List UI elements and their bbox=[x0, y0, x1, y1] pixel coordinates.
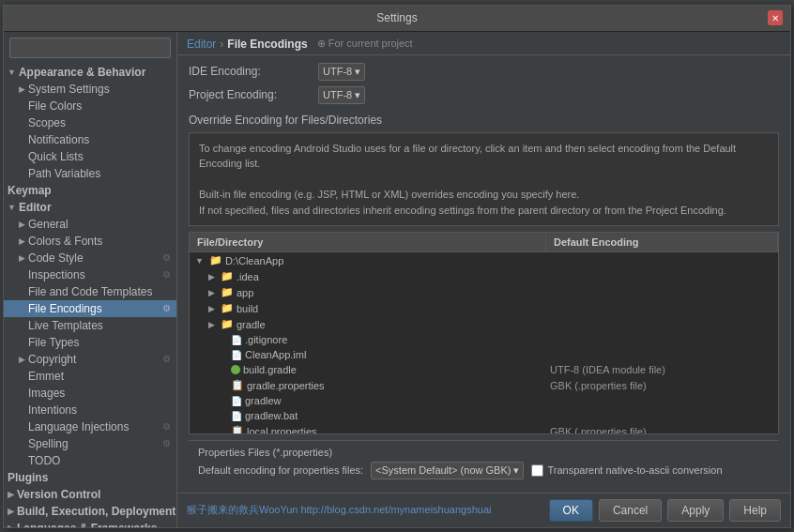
sidebar-item-intentions[interactable]: Intentions bbox=[4, 402, 176, 418]
breadcrumb-scope: ⊕ For current project bbox=[317, 38, 413, 50]
table-row[interactable]: 📋 local.properties GBK (.properties file… bbox=[190, 423, 778, 433]
sidebar-item-emmet[interactable]: Emmet bbox=[4, 368, 176, 385]
ok-button[interactable]: OK bbox=[549, 499, 593, 522]
properties-footer: Properties Files (*.properties) Default … bbox=[189, 440, 779, 485]
project-encoding-row: Project Encoding: UTF-8 ▾ bbox=[189, 86, 779, 104]
sidebar-item-file-encodings[interactable]: File Encodings ⚙ bbox=[4, 300, 176, 317]
properties-heading: Properties Files (*.properties) bbox=[198, 447, 770, 458]
table-row[interactable]: ▼ 📁 D:\CleanApp bbox=[190, 252, 778, 268]
sidebar-item-live-templates[interactable]: Live Templates bbox=[4, 317, 176, 334]
title-bar: Settings ✕ bbox=[4, 6, 790, 32]
transparent-checkbox[interactable] bbox=[531, 464, 543, 477]
transparent-label: Transparent native-to-ascii conversion bbox=[547, 464, 722, 476]
sidebar-item-quick-lists[interactable]: Quick Lists bbox=[4, 148, 176, 165]
sidebar-item-general[interactable]: ▶General bbox=[4, 216, 176, 233]
project-encoding-select[interactable]: UTF-8 ▾ bbox=[318, 86, 365, 104]
cancel-button[interactable]: Cancel bbox=[599, 499, 662, 522]
main-panel: Editor › File Encodings ⊕ For current pr… bbox=[177, 32, 790, 527]
sidebar-item-lang-frameworks[interactable]: ▶Languages & Frameworks bbox=[4, 520, 176, 527]
folder-icon: 📁 bbox=[221, 302, 234, 314]
expand-arrow: ▶ bbox=[208, 272, 215, 281]
folder-icon: 📁 bbox=[221, 286, 234, 298]
info-line4: If not specified, files and directories … bbox=[199, 205, 726, 216]
file-table-body[interactable]: ▼ 📁 D:\CleanApp ▶ 📁 .idea bbox=[190, 252, 778, 433]
table-row[interactable]: ▶ 📁 gradle bbox=[190, 316, 778, 332]
file-icon: 📄 bbox=[231, 335, 242, 345]
info-line3: Built-in file encoding (e.g. JSP, HTML o… bbox=[199, 189, 579, 200]
table-row[interactable]: build.gradle UTF-8 (IDEA module file) bbox=[190, 362, 778, 377]
sidebar-item-spelling[interactable]: Spelling ⚙ bbox=[4, 435, 176, 452]
properties-row: Default encoding for properties files: <… bbox=[198, 462, 770, 479]
col-file-dir: File/Directory bbox=[190, 233, 546, 251]
prop-orange-icon: 📋 bbox=[231, 379, 244, 391]
close-button[interactable]: ✕ bbox=[768, 10, 783, 25]
table-row[interactable]: ▶ 📁 .idea bbox=[190, 268, 778, 284]
table-row[interactable]: ▶ 📁 build bbox=[190, 300, 778, 316]
sidebar-item-colors-fonts[interactable]: ▶Colors & Fonts bbox=[4, 233, 176, 250]
sidebar-item-file-types[interactable]: File Types bbox=[4, 334, 176, 351]
apply-button[interactable]: Apply bbox=[667, 499, 724, 522]
sidebar-item-build-exec[interactable]: ▶Build, Execution, Deployment bbox=[4, 503, 176, 520]
expand-arrow: ▶ bbox=[208, 288, 215, 297]
breadcrumb-current: File Encodings bbox=[227, 38, 307, 51]
button-group: OK Cancel Apply Help bbox=[549, 499, 781, 522]
file-table: File/Directory Default Encoding ▼ 📁 D:\C… bbox=[189, 232, 779, 434]
breadcrumb-arrow: › bbox=[220, 38, 223, 51]
main-content: ▼Appearance & Behavior ▶System Settings … bbox=[4, 32, 790, 527]
default-encoding-label: Default encoding for properties files: bbox=[198, 464, 363, 476]
sidebar: ▼Appearance & Behavior ▶System Settings … bbox=[4, 32, 177, 527]
breadcrumb: Editor › File Encodings ⊕ For current pr… bbox=[177, 32, 790, 55]
properties-encoding-select[interactable]: <System Default> (now GBK) ▾ bbox=[371, 462, 524, 479]
table-row[interactable]: ▶ 📁 app bbox=[190, 284, 778, 300]
folder-icon: 📁 bbox=[221, 270, 234, 282]
ide-encoding-label: IDE Encoding: bbox=[189, 65, 311, 78]
table-row[interactable]: 📄 gradlew.bat bbox=[190, 408, 778, 423]
help-button[interactable]: Help bbox=[729, 499, 781, 522]
sidebar-item-scopes[interactable]: Scopes bbox=[4, 114, 176, 131]
sidebar-item-version-control[interactable]: ▶Version Control bbox=[4, 486, 176, 503]
search-input[interactable] bbox=[9, 38, 171, 58]
info-box: To change encoding Android Studio uses f… bbox=[189, 132, 779, 227]
prop-icon: 📋 bbox=[231, 425, 244, 433]
sidebar-item-system-settings[interactable]: ▶System Settings bbox=[4, 81, 176, 98]
sidebar-item-todo[interactable]: TODO bbox=[4, 452, 176, 469]
table-row[interactable]: 📄 .gitignore bbox=[190, 332, 778, 347]
sidebar-item-notifications[interactable]: Notifications bbox=[4, 131, 176, 148]
sidebar-item-lang-inject[interactable]: Language Injections ⚙ bbox=[4, 418, 176, 435]
col-default-encoding: Default Encoding bbox=[546, 233, 778, 251]
expand-arrow: ▼ bbox=[195, 256, 204, 266]
sidebar-item-inspections[interactable]: Inspections ⚙ bbox=[4, 266, 176, 283]
gradle-green-icon bbox=[231, 365, 240, 374]
file-icon: 📄 bbox=[231, 396, 242, 406]
dialog-title: Settings bbox=[26, 11, 768, 24]
bottom-link: 猴子搬来的救兵WooYun http://blog.csdn.net/mynam… bbox=[187, 503, 491, 517]
settings-dialog: Settings ✕ ▼Appearance & Behavior ▶Syste… bbox=[3, 5, 791, 528]
table-row[interactable]: 📋 gradle.properties GBK (.properties fil… bbox=[190, 377, 778, 393]
sidebar-item-file-colors[interactable]: File Colors bbox=[4, 98, 176, 114]
sidebar-item-path-variables[interactable]: Path Variables bbox=[4, 165, 176, 182]
transparent-checkbox-label[interactable]: Transparent native-to-ascii conversion bbox=[531, 464, 722, 477]
folder-icon: 📁 bbox=[221, 318, 234, 330]
breadcrumb-link[interactable]: Editor bbox=[187, 38, 216, 51]
sidebar-item-keymap[interactable]: Keymap bbox=[4, 182, 176, 199]
sidebar-item-copyright[interactable]: ▶Copyright ⚙ bbox=[4, 351, 176, 368]
sidebar-item-editor[interactable]: ▼Editor bbox=[4, 199, 176, 216]
sidebar-item-code-style[interactable]: ▶Code Style ⚙ bbox=[4, 250, 176, 266]
table-row[interactable]: 📄 CleanApp.iml bbox=[190, 347, 778, 362]
folder-icon: 📁 bbox=[209, 254, 222, 266]
table-row[interactable]: 📄 gradlew bbox=[190, 393, 778, 408]
sidebar-item-plugins[interactable]: Plugins bbox=[4, 469, 176, 486]
sidebar-item-appearance[interactable]: ▼Appearance & Behavior bbox=[4, 64, 176, 81]
file-icon: 📄 bbox=[231, 350, 242, 360]
ide-encoding-select[interactable]: UTF-8 ▾ bbox=[318, 63, 365, 81]
expand-arrow: ▶ bbox=[208, 304, 215, 313]
bottom-bar: 猴子搬来的救兵WooYun http://blog.csdn.net/mynam… bbox=[177, 493, 790, 527]
settings-content: IDE Encoding: UTF-8 ▾ Project Encoding: … bbox=[177, 55, 790, 493]
project-encoding-label: Project Encoding: bbox=[189, 88, 311, 101]
ide-encoding-row: IDE Encoding: UTF-8 ▾ bbox=[189, 63, 779, 81]
override-heading: Override Encoding for Files/Directories bbox=[189, 114, 779, 127]
expand-arrow: ▶ bbox=[208, 320, 215, 329]
file-table-header: File/Directory Default Encoding bbox=[190, 233, 778, 252]
sidebar-item-images[interactable]: Images bbox=[4, 385, 176, 402]
sidebar-item-file-code-templates[interactable]: File and Code Templates bbox=[4, 283, 176, 300]
